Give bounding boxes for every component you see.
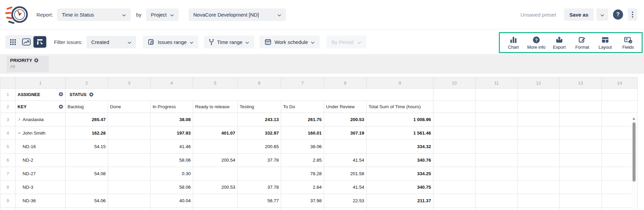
status-column-header[interactable]: Backlog bbox=[65, 101, 108, 113]
value-cell[interactable]: 54.06 bbox=[65, 194, 108, 208]
priority-filter[interactable]: PRIORITY All bbox=[7, 56, 49, 72]
value-cell[interactable]: 261.75 bbox=[281, 113, 324, 126]
value-cell[interactable] bbox=[108, 194, 151, 208]
gear-icon[interactable] bbox=[59, 104, 63, 109]
value-cell[interactable]: 243.13 bbox=[238, 113, 281, 126]
value-cell[interactable]: 200.54 bbox=[193, 154, 238, 167]
expand-chevron-icon[interactable] bbox=[18, 117, 23, 122]
column-header-3[interactable]: 3 bbox=[108, 77, 151, 89]
issue-key-cell[interactable]: ND-3 bbox=[16, 181, 65, 194]
empty-cell[interactable] bbox=[324, 208, 367, 210]
row-number[interactable]: 7 bbox=[0, 167, 16, 181]
value-cell[interactable]: 2.85 bbox=[281, 154, 324, 167]
status-header-cell[interactable]: STATUS bbox=[65, 89, 433, 101]
row-number[interactable]: 2 bbox=[0, 101, 16, 113]
value-cell[interactable]: 340.76 bbox=[367, 154, 433, 167]
report-type-select[interactable]: Time in Status bbox=[57, 8, 131, 21]
export-button[interactable]: Export bbox=[548, 33, 571, 52]
empty-cell[interactable] bbox=[433, 167, 476, 181]
value-cell[interactable]: 38.08 bbox=[151, 113, 193, 126]
empty-cell[interactable] bbox=[560, 181, 602, 194]
value-cell[interactable]: 41.54 bbox=[324, 181, 367, 194]
value-cell[interactable]: 37.98 bbox=[281, 194, 324, 208]
issues-range-button[interactable]: Issues range bbox=[143, 36, 198, 48]
status-column-header[interactable]: To Do bbox=[281, 101, 324, 113]
fields-button[interactable]: Fields bbox=[617, 33, 640, 52]
value-cell[interactable] bbox=[193, 167, 238, 181]
value-cell[interactable]: 2.84 bbox=[281, 181, 324, 194]
value-cell[interactable] bbox=[65, 154, 108, 167]
column-header-4[interactable]: 4 bbox=[151, 77, 193, 89]
column-header-13[interactable]: 13 bbox=[560, 77, 602, 89]
scroll-up-icon[interactable] bbox=[633, 117, 635, 120]
value-cell[interactable]: 41.46 bbox=[151, 140, 193, 154]
time-range-button[interactable]: Time range bbox=[204, 36, 254, 48]
row-number[interactable]: 9 bbox=[0, 194, 16, 208]
row-number[interactable]: 3 bbox=[0, 113, 16, 126]
empty-cell[interactable] bbox=[476, 208, 518, 210]
assignee-header-cell[interactable]: ASSIGNEE bbox=[16, 89, 65, 101]
value-cell[interactable]: 200.65 bbox=[238, 140, 281, 154]
group-by-select[interactable]: Project bbox=[146, 8, 179, 21]
value-cell[interactable]: 37.78 bbox=[238, 154, 281, 167]
project-select[interactable]: NovaCore Development [ND] bbox=[189, 8, 286, 21]
empty-cell[interactable] bbox=[476, 194, 518, 208]
value-cell[interactable] bbox=[108, 167, 151, 181]
status-column-header[interactable]: Total Sum of Time (hours) bbox=[367, 101, 433, 113]
status-column-header[interactable]: Testing bbox=[238, 101, 281, 113]
empty-cell[interactable] bbox=[108, 208, 151, 210]
empty-cell[interactable] bbox=[476, 140, 518, 154]
column-header-2[interactable]: 2 bbox=[65, 77, 108, 89]
empty-cell[interactable] bbox=[476, 113, 518, 126]
collapse-chevron-icon[interactable] bbox=[18, 131, 23, 136]
row-number[interactable] bbox=[0, 208, 16, 210]
value-cell[interactable] bbox=[108, 113, 151, 126]
save-as-dropdown-button[interactable] bbox=[596, 8, 608, 21]
empty-cell[interactable] bbox=[476, 181, 518, 194]
value-cell[interactable]: 334.32 bbox=[367, 140, 433, 154]
empty-cell[interactable] bbox=[433, 140, 476, 154]
empty-cell[interactable] bbox=[151, 208, 193, 210]
key-header-cell[interactable]: KEY bbox=[16, 101, 65, 113]
empty-cell[interactable] bbox=[433, 113, 476, 126]
row-number[interactable]: 1 bbox=[0, 89, 16, 101]
issue-key-cell[interactable]: ND-36 bbox=[16, 194, 65, 208]
value-cell[interactable] bbox=[65, 181, 108, 194]
empty-cell[interactable] bbox=[433, 208, 476, 210]
value-cell[interactable]: 160.01 bbox=[281, 126, 324, 140]
gear-icon[interactable] bbox=[34, 58, 38, 63]
assignee-cell[interactable]: John Smith bbox=[16, 126, 65, 140]
more-info-button[interactable]: ?More info bbox=[525, 33, 548, 52]
empty-cell[interactable] bbox=[560, 126, 602, 140]
row-number[interactable]: 5 bbox=[0, 140, 16, 154]
grid-view-button[interactable] bbox=[6, 36, 19, 48]
gear-icon[interactable] bbox=[89, 92, 93, 97]
empty-cell[interactable] bbox=[560, 208, 602, 210]
scrollbar-thumb[interactable] bbox=[633, 122, 636, 182]
empty-cell[interactable] bbox=[433, 154, 476, 167]
value-cell[interactable] bbox=[193, 194, 238, 208]
column-header-8[interactable]: 8 bbox=[324, 77, 367, 89]
value-cell[interactable]: 54.15 bbox=[65, 140, 108, 154]
value-cell[interactable]: 1 561.46 bbox=[367, 126, 433, 140]
empty-cell[interactable] bbox=[518, 140, 560, 154]
empty-cell[interactable] bbox=[560, 89, 602, 101]
value-cell[interactable] bbox=[108, 126, 151, 140]
empty-cell[interactable] bbox=[518, 126, 560, 140]
value-cell[interactable]: 38.06 bbox=[281, 140, 324, 154]
format-button[interactable]: Format bbox=[571, 33, 594, 52]
empty-cell[interactable] bbox=[433, 101, 476, 113]
value-cell[interactable]: 22.53 bbox=[324, 194, 367, 208]
chart-view-button[interactable] bbox=[20, 36, 33, 48]
empty-cell[interactable] bbox=[433, 181, 476, 194]
empty-cell[interactable] bbox=[476, 167, 518, 181]
empty-cell[interactable] bbox=[518, 154, 560, 167]
value-cell[interactable]: 58.06 bbox=[151, 181, 193, 194]
value-cell[interactable]: 58.06 bbox=[151, 154, 193, 167]
issue-key-cell[interactable]: ND-2 bbox=[16, 154, 65, 167]
empty-cell[interactable] bbox=[560, 194, 602, 208]
empty-cell[interactable] bbox=[193, 208, 238, 210]
empty-cell[interactable] bbox=[518, 208, 560, 210]
value-cell[interactable]: 37.78 bbox=[238, 181, 281, 194]
column-header-6[interactable]: 6 bbox=[238, 77, 281, 89]
